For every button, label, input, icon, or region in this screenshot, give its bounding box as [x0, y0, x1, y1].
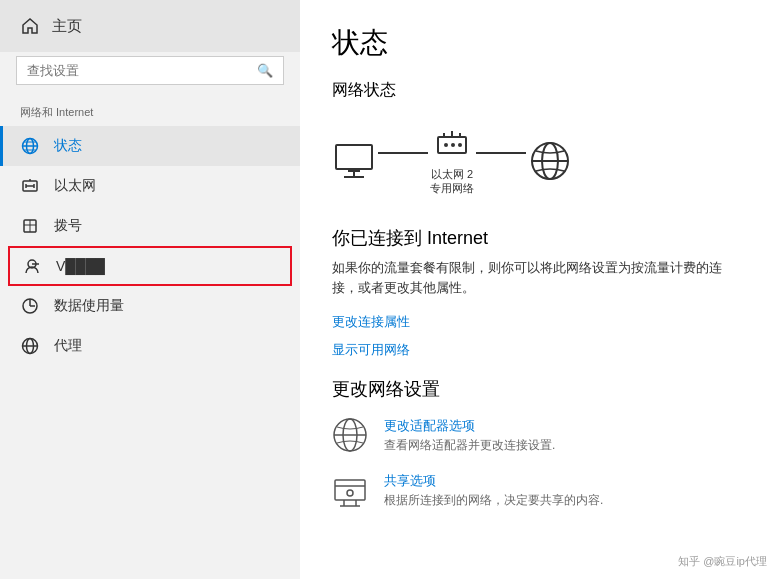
section-label: 网络和 Internet [0, 97, 300, 126]
diagram-globe [528, 139, 572, 183]
globe-svg [528, 139, 572, 183]
svg-point-31 [458, 143, 462, 147]
sharing-icon [332, 472, 368, 508]
link-show-networks[interactable]: 显示可用网络 [332, 341, 745, 359]
diagram-computer [332, 143, 376, 179]
sidebar-item-status[interactable]: 状态 [0, 126, 300, 166]
proxy-label: 代理 [54, 337, 82, 355]
sidebar-item-ethernet[interactable]: 以太网 [0, 166, 300, 206]
router-svg [434, 127, 470, 163]
watermark: 知乎 @豌豆ip代理 [678, 554, 767, 569]
dialup-label: 拨号 [54, 217, 82, 235]
search-input[interactable] [27, 63, 249, 78]
sidebar-item-dialup[interactable]: 拨号 [0, 206, 300, 246]
diagram-router: 以太网 2专用网络 [430, 127, 474, 196]
data-usage-icon [20, 296, 40, 316]
ethernet-icon [20, 176, 40, 196]
network-option-adapter[interactable]: 更改适配器选项 查看网络适配器并更改连接设置. [332, 417, 745, 454]
dialup-icon [20, 216, 40, 236]
network-option-sharing[interactable]: 共享选项 根据所连接到的网络，决定要共享的内容. [332, 472, 745, 509]
link-properties[interactable]: 更改连接属性 [332, 313, 745, 331]
network-status-title: 网络状态 [332, 80, 745, 101]
globe-icon [20, 136, 40, 156]
sidebar: 主页 🔍 网络和 Internet 状态 [0, 0, 300, 579]
adapter-text: 更改适配器选项 查看网络适配器并更改连接设置. [384, 417, 555, 454]
diagram-line-1 [378, 152, 428, 154]
svg-point-30 [451, 143, 455, 147]
sidebar-item-data-usage[interactable]: 数据使用量 [0, 286, 300, 326]
adapter-icon [332, 417, 368, 453]
vpn-label: V████ [56, 258, 105, 274]
data-usage-label: 数据使用量 [54, 297, 124, 315]
sharing-text: 共享选项 根据所连接到的网络，决定要共享的内容. [384, 472, 603, 509]
svg-point-43 [347, 490, 353, 496]
search-icon: 🔍 [257, 63, 273, 78]
sidebar-item-proxy[interactable]: 代理 [0, 326, 300, 366]
status-label: 状态 [54, 137, 82, 155]
sidebar-home-item[interactable]: 主页 [0, 0, 300, 52]
sharing-desc: 根据所连接到的网络，决定要共享的内容. [384, 492, 603, 509]
sharing-title[interactable]: 共享选项 [384, 472, 603, 490]
home-icon [20, 16, 40, 36]
svg-rect-21 [336, 145, 372, 169]
search-box[interactable]: 🔍 [16, 56, 284, 85]
page-title: 状态 [332, 24, 745, 62]
home-label: 主页 [52, 17, 82, 36]
ethernet-label: 以太网 [54, 177, 96, 195]
proxy-icon [20, 336, 40, 356]
connected-desc: 如果你的流量套餐有限制，则你可以将此网络设置为按流量计费的连接，或者更改其他属性… [332, 258, 732, 300]
adapter-title[interactable]: 更改适配器选项 [384, 417, 555, 435]
network-diagram: 以太网 2专用网络 [332, 117, 745, 206]
connected-title: 你已连接到 Internet [332, 226, 745, 250]
adapter-desc: 查看网络适配器并更改连接设置. [384, 437, 555, 454]
diagram-line-2 [476, 152, 526, 154]
ethernet-label-diagram: 以太网 2专用网络 [430, 167, 474, 196]
vpn-icon [22, 256, 42, 276]
computer-svg [332, 143, 376, 179]
sidebar-item-vpn[interactable]: V████ [8, 246, 292, 286]
svg-point-29 [444, 143, 448, 147]
main-content: 状态 网络状态 以太网 2专用网络 [300, 0, 777, 579]
change-network-title: 更改网络设置 [332, 377, 745, 401]
